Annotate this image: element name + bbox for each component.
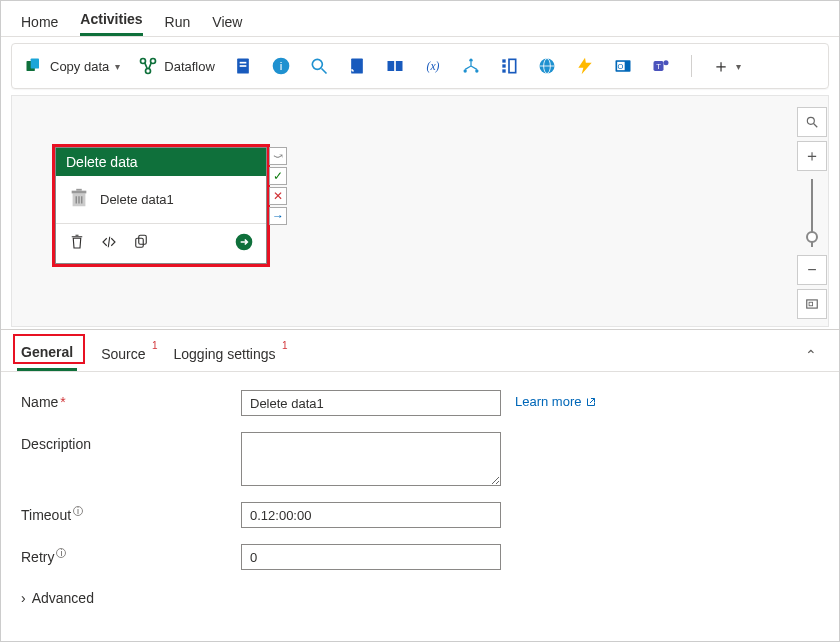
svg-rect-13 — [387, 61, 394, 71]
panel-tab-general[interactable]: General — [17, 338, 77, 371]
tab-view[interactable]: View — [212, 14, 242, 36]
pipeline-canvas[interactable]: Delete data Delete data1 — [11, 95, 829, 327]
branching-icon[interactable] — [459, 52, 483, 80]
learn-more-link[interactable]: Learn more — [515, 390, 597, 409]
info-icon[interactable]: i — [269, 52, 293, 80]
activity-instance-name: Delete data1 — [100, 192, 174, 207]
svg-text:O: O — [617, 62, 623, 71]
svg-point-30 — [663, 60, 668, 65]
svg-point-41 — [807, 117, 814, 124]
handle-skip[interactable]: ⤻ — [269, 147, 287, 165]
outlook-icon[interactable]: O — [611, 52, 635, 80]
svg-rect-19 — [502, 59, 505, 62]
delete-activity-icon[interactable] — [68, 233, 86, 254]
retry-field[interactable] — [241, 544, 501, 570]
svg-rect-38 — [136, 238, 144, 247]
azure-function-icon[interactable] — [573, 52, 597, 80]
advanced-toggle[interactable]: › Advanced — [21, 586, 819, 610]
svg-rect-33 — [72, 191, 87, 194]
svg-point-4 — [146, 69, 151, 74]
handle-failure[interactable]: ✕ — [269, 187, 287, 205]
collapse-panel-button[interactable]: ⌃ — [805, 347, 823, 363]
canvas-zoom-controls: ＋ − — [795, 107, 829, 319]
zoom-slider-knob[interactable] — [806, 231, 818, 243]
svg-rect-43 — [807, 300, 818, 308]
name-field[interactable] — [241, 390, 501, 416]
svg-rect-6 — [240, 62, 247, 64]
svg-text:(x): (x) — [426, 60, 439, 73]
svg-rect-34 — [76, 189, 82, 191]
zoom-fit-button[interactable] — [797, 289, 827, 319]
copy-data-label: Copy data — [50, 59, 109, 74]
dataflow-button[interactable]: Dataflow — [136, 52, 217, 80]
copy-data-icon — [24, 56, 44, 76]
copy-icon[interactable] — [132, 233, 150, 254]
tab-run[interactable]: Run — [165, 14, 191, 36]
zoom-out-button[interactable]: − — [797, 255, 827, 285]
external-link-icon — [585, 396, 597, 408]
toolbar-divider — [691, 55, 692, 77]
svg-text:T: T — [656, 62, 661, 71]
svg-point-17 — [463, 69, 466, 72]
svg-rect-7 — [240, 65, 247, 67]
retry-label: Retryi — [21, 544, 241, 565]
foreach-icon[interactable] — [497, 52, 521, 80]
svg-rect-20 — [502, 64, 505, 67]
description-field[interactable] — [241, 432, 501, 486]
svg-rect-21 — [502, 69, 505, 72]
panel-tab-source[interactable]: Source 1 — [97, 340, 149, 370]
search-icon[interactable] — [307, 52, 331, 80]
dataflow-icon — [138, 56, 158, 76]
svg-rect-39 — [139, 235, 147, 244]
copy-data-button[interactable]: Copy data ▾ — [22, 52, 122, 80]
handle-completion[interactable]: → — [269, 207, 287, 225]
script-icon[interactable] — [345, 52, 369, 80]
tab-activities[interactable]: Activities — [80, 11, 142, 36]
chevron-down-icon: ▾ — [115, 61, 120, 72]
teams-icon[interactable]: T — [649, 52, 673, 80]
svg-point-18 — [475, 69, 478, 72]
code-icon[interactable] — [100, 233, 118, 254]
chevron-right-icon: › — [21, 590, 26, 606]
svg-point-10 — [312, 59, 322, 69]
activity-type-label: Delete data — [56, 148, 266, 176]
lookup-icon[interactable] — [383, 52, 407, 80]
svg-line-11 — [321, 69, 326, 74]
run-arrow-icon[interactable] — [234, 232, 254, 255]
panel-tab-bar: General Source 1 Logging settings 1 ⌃ — [1, 330, 839, 372]
properties-panel: General Source 1 Logging settings 1 ⌃ Na… — [1, 329, 839, 620]
activity-card-delete-data[interactable]: Delete data Delete data1 — [52, 144, 270, 267]
panel-tab-logging-label: Logging settings — [174, 346, 276, 362]
web-icon[interactable] — [535, 52, 559, 80]
activities-toolbar: Copy data ▾ Dataflow i (x) O T — [11, 43, 829, 89]
notebook-icon[interactable] — [231, 52, 255, 80]
description-label: Description — [21, 432, 241, 452]
trash-icon — [68, 186, 90, 213]
handle-success[interactable]: ✓ — [269, 167, 287, 185]
advanced-label: Advanced — [32, 590, 94, 606]
top-tab-bar: Home Activities Run View — [1, 1, 839, 37]
chevron-down-icon: ▾ — [736, 61, 741, 72]
canvas-search-button[interactable] — [797, 107, 827, 137]
info-icon[interactable]: i — [73, 506, 83, 516]
timeout-field[interactable] — [241, 502, 501, 528]
svg-rect-44 — [809, 302, 813, 306]
svg-rect-1 — [31, 59, 39, 69]
panel-tab-logging[interactable]: Logging settings 1 — [170, 340, 280, 370]
logging-badge: 1 — [282, 340, 288, 351]
add-activity-button[interactable]: ＋ ▾ — [710, 50, 743, 82]
activity-status-handles: ⤻ ✓ ✕ → — [269, 147, 287, 227]
name-label: Name* — [21, 390, 241, 410]
zoom-in-button[interactable]: ＋ — [797, 141, 827, 171]
svg-text:i: i — [280, 59, 283, 72]
svg-line-42 — [814, 124, 818, 128]
variable-icon[interactable]: (x) — [421, 52, 445, 80]
info-icon[interactable]: i — [56, 548, 66, 558]
svg-rect-14 — [396, 61, 403, 71]
source-badge: 1 — [152, 340, 158, 351]
zoom-slider[interactable] — [811, 179, 813, 247]
timeout-label: Timeouti — [21, 502, 241, 523]
svg-point-16 — [469, 59, 472, 62]
panel-tab-source-label: Source — [101, 346, 145, 362]
tab-home[interactable]: Home — [21, 14, 58, 36]
